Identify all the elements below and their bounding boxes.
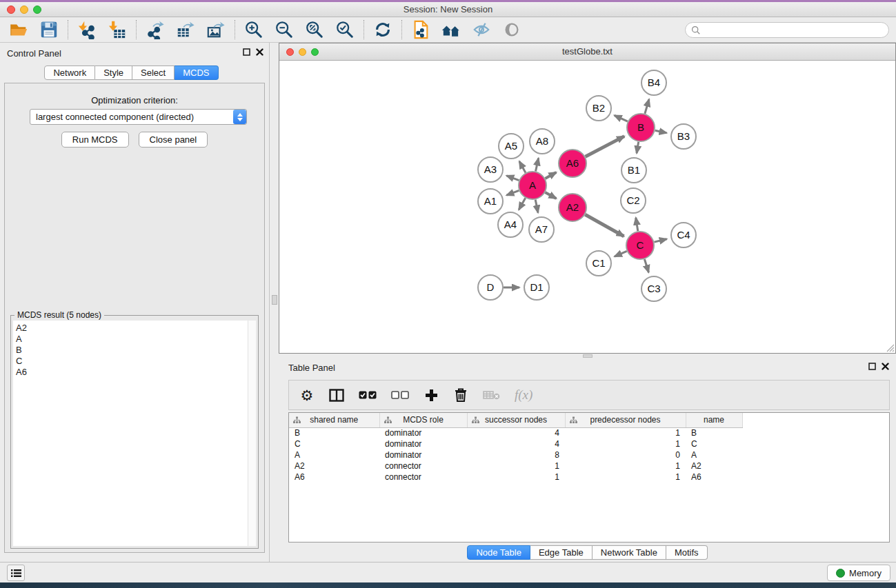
table-cell[interactable]: A2	[686, 460, 742, 472]
graph-edge-A-A7[interactable]	[535, 200, 538, 213]
table-cell[interactable]: 1	[565, 438, 686, 449]
network-canvas[interactable]: B4B2BB3A8A5A6A3B1AC2A1A2A4A7C4CC1C3DD1	[279, 61, 895, 353]
table-cell[interactable]: 8	[467, 449, 565, 460]
table-cell[interactable]: 4	[467, 438, 565, 449]
table-row[interactable]: Cdominator41C	[289, 438, 889, 449]
table-cell[interactable]: 1	[565, 427, 686, 438]
graph-edge-A-A6[interactable]	[545, 172, 556, 179]
show-columns-icon[interactable]	[329, 387, 344, 403]
show-graphics-details-icon[interactable]	[501, 19, 522, 40]
graph-edge-A-A5[interactable]	[519, 161, 526, 173]
zoom-out-icon[interactable]	[274, 19, 295, 40]
graph-edge-C-C3[interactable]	[644, 259, 648, 272]
import-network-icon[interactable]	[77, 19, 97, 40]
table-row[interactable]: A2connector11A2	[289, 460, 889, 472]
graph-node-A1[interactable]: A1	[478, 189, 503, 214]
graph-edge-A2-C[interactable]	[585, 214, 624, 236]
zoom-selected-icon[interactable]	[335, 19, 355, 40]
search-box[interactable]	[685, 22, 889, 38]
graph-node-B2[interactable]: B2	[586, 96, 611, 121]
tab-edge-table[interactable]: Edge Table	[530, 545, 593, 560]
export-network-icon[interactable]	[145, 19, 166, 40]
graph-node-B3[interactable]: B3	[671, 124, 696, 149]
graph-node-B1[interactable]: B1	[621, 158, 646, 183]
select-all-columns-icon[interactable]	[359, 387, 377, 403]
export-table-icon[interactable]	[175, 19, 196, 40]
column-header-shared-name[interactable]: shared name	[289, 413, 379, 427]
table-cell[interactable]: A6	[289, 472, 379, 483]
float-panel-icon[interactable]	[243, 48, 250, 56]
graph-node-C4[interactable]: C4	[671, 223, 696, 247]
graph-node-A[interactable]: A	[519, 172, 546, 199]
settings-gear-icon[interactable]: ⚙	[299, 387, 315, 403]
graph-edge-A-A3[interactable]	[506, 176, 519, 181]
graph-node-A4[interactable]: A4	[498, 212, 523, 237]
graph-edge-C-C4[interactable]	[654, 239, 666, 242]
export-image-icon[interactable]	[206, 19, 226, 40]
column-header-mcds-role[interactable]: MCDS role	[379, 413, 467, 427]
mcds-result-item[interactable]: A6	[16, 367, 248, 378]
mcds-result-item[interactable]: A	[16, 334, 248, 345]
unselect-all-columns-icon[interactable]	[391, 387, 409, 403]
graph-node-A3[interactable]: A3	[478, 157, 503, 182]
table-cell[interactable]: A2	[289, 460, 379, 472]
graph-edge-B-B2[interactable]	[615, 115, 628, 121]
graph-node-A6[interactable]: A6	[559, 150, 586, 177]
window-resize-grip[interactable]	[886, 343, 895, 352]
tab-select[interactable]: Select	[132, 65, 175, 80]
task-history-button[interactable]	[7, 565, 25, 581]
column-header-predecessor-nodes[interactable]: predecessor nodes	[565, 413, 686, 427]
open-session-file-icon[interactable]	[410, 19, 431, 40]
graph-edge-C-C1[interactable]	[615, 251, 627, 256]
import-table-icon[interactable]	[107, 19, 128, 40]
table-cell[interactable]: A6	[686, 472, 742, 483]
graph-edge-A-A8[interactable]	[536, 158, 539, 171]
delete-columns-icon[interactable]	[453, 387, 468, 403]
mcds-result-item[interactable]: A2	[16, 323, 248, 334]
mcds-result-item[interactable]: C	[16, 356, 248, 367]
add-column-icon[interactable]	[424, 387, 439, 403]
graph-node-C3[interactable]: C3	[641, 276, 666, 301]
table-cell[interactable]: 0	[565, 449, 686, 460]
table-cell[interactable]: B	[686, 427, 742, 438]
graph-edge-A-A4[interactable]	[519, 198, 526, 210]
float-table-panel-icon[interactable]	[868, 363, 876, 370]
column-header-name[interactable]: name	[686, 413, 742, 427]
table-cell[interactable]: A	[686, 449, 742, 460]
tab-mcds[interactable]: MCDS	[175, 65, 218, 80]
run-mcds-button[interactable]: Run MCDS	[61, 132, 129, 148]
table-cell[interactable]: 1	[467, 460, 565, 472]
graph-node-C2[interactable]: C2	[621, 188, 646, 213]
graph-node-B[interactable]: B	[627, 114, 655, 141]
table-cell[interactable]: dominator	[379, 438, 467, 449]
close-panel-button[interactable]: Close panel	[139, 132, 208, 148]
graph-edge-A6-B[interactable]	[586, 136, 625, 157]
graph-edge-B-B4[interactable]	[645, 99, 649, 114]
graph-node-A2[interactable]: A2	[559, 194, 586, 221]
graph-edge-B-B1[interactable]	[637, 142, 639, 154]
column-header-successor-nodes[interactable]: successor nodes	[467, 413, 565, 427]
table-cell[interactable]: connector	[379, 460, 467, 472]
graph-node-C1[interactable]: C1	[586, 251, 611, 276]
mcds-list-scrollbar[interactable]	[248, 321, 256, 546]
table-cell[interactable]: 1	[467, 472, 565, 483]
table-cell[interactable]: B	[289, 427, 379, 438]
table-cell[interactable]: C	[289, 438, 379, 449]
table-row[interactable]: Bdominator41B	[289, 427, 889, 438]
table-cell[interactable]: A	[289, 449, 379, 460]
table-cell[interactable]: connector	[379, 472, 467, 483]
close-panel-icon[interactable]	[256, 48, 263, 56]
graph-node-A8[interactable]: A8	[530, 129, 555, 154]
graph-node-D[interactable]: D	[478, 275, 503, 300]
graph-edge-A-A2[interactable]	[545, 192, 556, 199]
graph-node-A5[interactable]: A5	[499, 134, 524, 159]
table-cell[interactable]: dominator	[379, 427, 467, 438]
graph-node-D1[interactable]: D1	[524, 275, 549, 300]
table-cell[interactable]: 1	[565, 460, 686, 472]
zoom-fit-icon[interactable]	[304, 19, 325, 40]
mcds-result-list[interactable]: A2ABCA6	[13, 321, 248, 546]
tab-network-table[interactable]: Network Table	[593, 545, 666, 560]
table-cell[interactable]: 4	[467, 427, 565, 438]
search-input[interactable]	[704, 26, 883, 35]
memory-button[interactable]: Memory	[827, 565, 890, 581]
